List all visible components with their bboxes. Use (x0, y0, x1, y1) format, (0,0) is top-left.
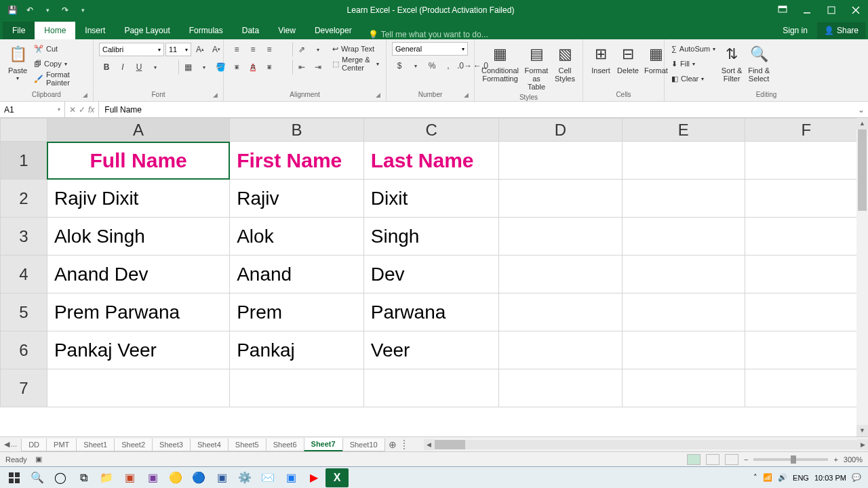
cell-B1[interactable]: First Name (230, 142, 364, 180)
tab-file[interactable]: File (3, 22, 35, 39)
scroll-down-icon[interactable]: ▼ (856, 425, 868, 436)
maximize-icon[interactable] (819, 0, 844, 20)
cell-F3[interactable] (745, 218, 867, 256)
conditional-formatting-button[interactable]: ▦Conditional Formatting (480, 42, 520, 84)
increase-indent-icon[interactable]: ⇥ (311, 60, 326, 75)
cell-C7[interactable] (363, 369, 499, 407)
sheet-nav-more-icon[interactable]: ... (11, 440, 17, 449)
powerpoint-icon[interactable]: ▣ (118, 468, 141, 487)
hscroll-thumb[interactable] (435, 440, 465, 449)
tab-developer[interactable]: Developer (305, 22, 361, 39)
align-left-icon[interactable]: ≡ (229, 60, 244, 75)
font-name-combo[interactable]: Calibri▾ (99, 43, 164, 56)
italic-button[interactable]: I (115, 60, 130, 75)
cancel-formula-icon[interactable]: ✕ (69, 105, 76, 115)
name-box[interactable]: A1▾ (0, 102, 65, 117)
column-header-F[interactable]: F (745, 119, 867, 142)
number-launcher-icon[interactable]: ◢ (464, 92, 469, 98)
autosum-button[interactable]: ∑AutoSum▾ (670, 42, 717, 56)
tab-page-layout[interactable]: Page Layout (115, 22, 179, 39)
worksheet-grid[interactable]: ABCDEF1Full NameFirst NameLast Name2Raji… (0, 118, 868, 436)
sort-filter-button[interactable]: ⇅Sort & Filter (719, 42, 744, 84)
column-header-E[interactable]: E (622, 119, 745, 142)
sheet-tab-sheet2[interactable]: Sheet2 (114, 439, 153, 451)
volume-icon[interactable]: 🔊 (778, 473, 787, 482)
delete-cells-button[interactable]: ⊟Delete (616, 42, 640, 76)
mail-icon[interactable]: ✉️ (256, 468, 279, 487)
undo-more-icon[interactable]: ▾ (39, 2, 56, 18)
orientation-more-icon[interactable]: ▾ (311, 42, 326, 57)
zoom-in-icon[interactable]: + (833, 455, 837, 464)
scroll-thumb[interactable] (858, 129, 867, 211)
cell-C6[interactable]: Veer (363, 331, 499, 369)
merge-center-button[interactable]: ⬚Merge & Center▾ (331, 57, 380, 70)
cell-D3[interactable] (499, 218, 622, 256)
clipboard-launcher-icon[interactable]: ◢ (83, 92, 87, 98)
notifications-icon[interactable]: 💬 (852, 473, 861, 482)
cell-A4[interactable]: Anand Dev (47, 256, 229, 293)
normal-view-icon[interactable] (687, 454, 701, 465)
cell-A1[interactable]: Full Name (47, 142, 229, 180)
formula-expand-icon[interactable]: ⌄ (854, 105, 868, 115)
cell-A5[interactable]: Prem Parwana (47, 293, 229, 331)
border-more-icon[interactable]: ▾ (197, 60, 212, 75)
page-break-view-icon[interactable] (725, 454, 738, 465)
cell-D1[interactable] (499, 142, 622, 180)
excel-taskbar-icon[interactable]: X (326, 468, 349, 487)
align-top-icon[interactable]: ≡ (229, 42, 244, 57)
youtube-icon[interactable]: ▶ (302, 468, 326, 487)
close-icon[interactable] (844, 0, 868, 20)
cell-C3[interactable]: Singh (363, 218, 499, 256)
cell-A2[interactable]: Rajiv Dixit (47, 180, 229, 218)
row-header-2[interactable]: 2 (1, 180, 47, 218)
edge-icon[interactable]: 🔵 (187, 468, 210, 487)
cell-E1[interactable] (622, 142, 745, 180)
cell-D6[interactable] (499, 331, 622, 369)
scroll-up-icon[interactable]: ▲ (856, 118, 868, 129)
sheet-tab-sheet7[interactable]: Sheet7 (304, 438, 343, 451)
currency-icon[interactable]: $ (392, 58, 407, 73)
cell-C4[interactable]: Dev (363, 256, 499, 293)
cell-B7[interactable] (230, 369, 364, 407)
settings-icon[interactable]: ⚙️ (233, 468, 256, 487)
paste-button[interactable]: 📋Paste▾ (5, 42, 30, 83)
find-select-button[interactable]: 🔍Find & Select (747, 42, 771, 84)
word-icon[interactable]: ▣ (210, 468, 233, 487)
cell-D5[interactable] (499, 293, 622, 331)
increase-decimal-icon[interactable]: .0→ (457, 58, 472, 73)
sheet-tab-sheet6[interactable]: Sheet6 (266, 439, 304, 451)
tell-me-search[interactable]: 💡Tell me what you want to do... (361, 30, 488, 39)
copy-button[interactable]: 🗐Copy▾ (33, 57, 87, 70)
font-launcher-icon[interactable]: ◢ (213, 92, 218, 98)
align-bottom-icon[interactable]: ≡ (262, 42, 277, 57)
border-button[interactable]: ▦ (180, 60, 195, 75)
tray-chevron-icon[interactable]: ˄ (753, 473, 757, 482)
cell-F1[interactable] (745, 142, 867, 180)
cell-B6[interactable]: Pankaj (230, 331, 364, 369)
cell-F5[interactable] (745, 293, 867, 331)
cell-D4[interactable] (499, 256, 622, 293)
cut-button[interactable]: ✂️Cut (33, 42, 87, 56)
language-indicator[interactable]: ENG (793, 474, 809, 482)
task-view-icon[interactable]: ⧉ (72, 468, 95, 487)
row-header-6[interactable]: 6 (1, 331, 47, 369)
sheet-tab-sheet1[interactable]: Sheet1 (76, 439, 115, 451)
align-center-icon[interactable]: ≡ (245, 60, 260, 75)
cell-E7[interactable] (622, 369, 745, 407)
font-size-combo[interactable]: 11▾ (165, 43, 191, 56)
cell-E5[interactable] (622, 293, 745, 331)
orientation-icon[interactable]: ⇗ (294, 42, 309, 57)
cell-B3[interactable]: Alok (230, 218, 364, 256)
cell-E6[interactable] (622, 331, 745, 369)
onenote-icon[interactable]: ▣ (141, 468, 164, 487)
cortana-icon[interactable]: ◯ (49, 468, 72, 487)
tab-home[interactable]: Home (35, 22, 75, 39)
scroll-left-icon[interactable]: ◀ (424, 439, 435, 450)
percent-icon[interactable]: % (425, 58, 439, 73)
zoom-slider[interactable] (753, 458, 828, 461)
chrome-icon[interactable]: 🟡 (164, 468, 187, 487)
cell-A7[interactable] (47, 369, 229, 407)
format-as-table-button[interactable]: ▤Format as Table (523, 42, 550, 92)
page-layout-view-icon[interactable] (706, 454, 719, 465)
format-painter-button[interactable]: 🖌️Format Painter (33, 72, 87, 85)
